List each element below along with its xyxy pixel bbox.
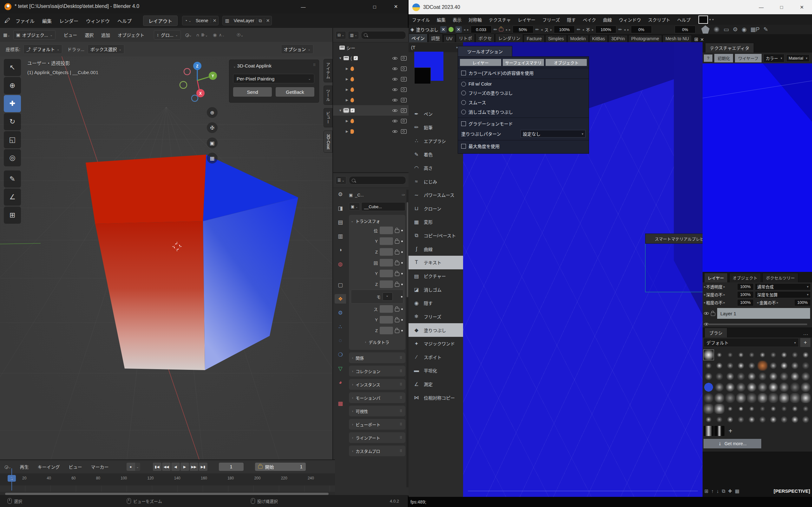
next-keyframe-button[interactable]: ▶▶ xyxy=(190,463,198,471)
room-tab[interactable]: 調整 xyxy=(428,34,443,42)
camera-projection-icon[interactable]: ◉ xyxy=(742,26,747,33)
sidebar-tab[interactable]: ツール xyxy=(323,86,333,105)
minimize-button[interactable]: — xyxy=(294,0,313,13)
brush-thumb[interactable] xyxy=(736,393,746,403)
brush-thumb[interactable] xyxy=(747,393,757,403)
lock-icon[interactable] xyxy=(395,251,399,255)
outliner-display-mode-dropdown[interactable]: ⊟⌄ xyxy=(336,31,346,39)
menubar-item[interactable]: ウィンドウ xyxy=(82,16,113,25)
fill-target-button[interactable]: オブジェクト xyxy=(546,59,587,66)
get-more-button[interactable]: ⭳Get more... xyxy=(704,439,761,448)
lock-icon[interactable] xyxy=(499,28,503,32)
panel-grip-icon[interactable]: ⠿ xyxy=(313,63,316,67)
select-mode-dropdown[interactable]: ボックス選択⌄ xyxy=(88,44,124,54)
pin-icon[interactable]: ✑ xyxy=(402,192,405,198)
add-preset-button[interactable]: + xyxy=(800,338,810,347)
timeline-ruler[interactable]: 20406080100120140160180200220240 1 xyxy=(0,473,335,486)
properties-scrollbar[interactable] xyxy=(406,189,409,487)
brush-thumb[interactable] xyxy=(768,372,778,382)
brush-thumb[interactable] xyxy=(801,404,811,414)
brush-thumb[interactable] xyxy=(714,414,724,425)
props-tab-material[interactable]: ◕ xyxy=(335,378,346,387)
room-tab[interactable]: Mesh to NU xyxy=(663,35,692,42)
props-tab-world[interactable]: ◍ xyxy=(335,259,346,269)
3d-viewport[interactable]: ユーザー・透視投影 (1) Applink_Objects | __Cube.0… xyxy=(0,56,333,459)
outliner-row-collection-active[interactable]: ▼ ✓ xyxy=(333,105,409,116)
transform-value-field[interactable] xyxy=(380,259,393,267)
brush-thumb[interactable] xyxy=(757,404,768,414)
coat-tool[interactable]: ≈ にじみ xyxy=(409,175,463,188)
hide-eye-icon[interactable] xyxy=(392,66,397,71)
coat-tool[interactable]: ❄ フリーズ xyxy=(409,310,463,324)
keying-dropdown[interactable]: ⌄ xyxy=(135,463,140,471)
coat-tool[interactable]: ▬ 平坦化 xyxy=(409,364,463,377)
room-tab[interactable]: UV xyxy=(444,35,455,42)
mode-dropdown[interactable]: ▣ オブジェク...⌄ xyxy=(13,30,55,40)
wireframe-button[interactable]: ワイヤーフ xyxy=(735,54,762,62)
sidebar-tab[interactable]: 3D-Coat xyxy=(323,130,333,153)
menubar-item[interactable]: ファイル xyxy=(12,16,38,25)
fill-target-button[interactable]: レイヤー xyxy=(460,59,501,66)
brush-thumb[interactable] xyxy=(704,372,714,382)
playhead-line[interactable] xyxy=(11,468,12,491)
fill-mode-radio-row[interactable]: フリーズの塗りつぶし xyxy=(458,88,589,98)
init-button[interactable]: 初期化 xyxy=(714,54,733,62)
hide-eye-icon[interactable] xyxy=(392,87,397,92)
brush-thumb[interactable] xyxy=(768,360,778,371)
viewport-menu-item[interactable]: 追加 xyxy=(97,31,114,39)
brush-thumb[interactable] xyxy=(768,393,778,403)
brush-thumb[interactable] xyxy=(801,360,811,371)
tool-rotate[interactable]: ↻ xyxy=(4,113,21,130)
menubar-item[interactable]: 編集 xyxy=(38,16,55,25)
fill-target-button[interactable]: サーフェイスマテリ xyxy=(503,59,544,66)
brush-thumb[interactable] xyxy=(790,414,800,425)
tool-add-cube[interactable]: ⊞ xyxy=(4,207,21,224)
texture-editor-tab[interactable]: テクスチャエディタ xyxy=(705,43,754,53)
brush-thumb[interactable] xyxy=(757,414,768,425)
outliner-row-object[interactable]: ▶ xyxy=(333,63,409,74)
brush-thumb[interactable] xyxy=(747,372,757,382)
coat-tool[interactable]: ∴ エアブラシ xyxy=(409,134,463,148)
annotate-pin-dropdown[interactable]: ☉⌄ xyxy=(237,32,243,38)
outliner-row-scene[interactable]: シー xyxy=(333,43,409,53)
room-tab[interactable]: Modelin xyxy=(567,35,589,42)
transform-value-field[interactable] xyxy=(380,305,393,313)
color-swatch[interactable] xyxy=(699,15,708,24)
brush-thumb[interactable] xyxy=(779,414,789,425)
layer-row[interactable]: Layer 1 xyxy=(703,307,812,320)
brush-thumb[interactable] xyxy=(801,414,811,425)
applink-getback-button[interactable]: GetBack xyxy=(275,87,314,97)
warp-rect-icon[interactable]: ▭ xyxy=(723,26,729,33)
tool-measure[interactable]: ∠ xyxy=(4,188,21,206)
menubar-item[interactable]: レンダー xyxy=(55,16,82,25)
coat-tool[interactable]: ⧉ コピー/ペースト xyxy=(409,229,463,242)
keyframe-dot-icon[interactable] xyxy=(401,251,403,253)
menubar-item[interactable]: ファイル xyxy=(409,15,433,24)
outliner-search-input[interactable] xyxy=(361,31,406,39)
coat-tool[interactable]: ʃ 曲線 xyxy=(409,242,463,256)
hide-eye-icon[interactable] xyxy=(392,108,397,113)
brush-thumb[interactable] xyxy=(736,414,746,425)
timeline-menu-item[interactable]: ビュー xyxy=(65,462,86,471)
clear-left-icon[interactable]: ✕ xyxy=(440,26,447,33)
brush-thumb[interactable] xyxy=(714,404,724,414)
scene-unlink-icon[interactable]: ✕ xyxy=(211,18,218,23)
props-tab-particles[interactable]: ∴ xyxy=(335,322,346,331)
proportional-falloff-dropdown[interactable]: ∧⌄ xyxy=(218,32,224,38)
brush-thumb[interactable] xyxy=(757,393,768,403)
brush-thumb[interactable] xyxy=(790,372,800,382)
edit-pencil-icon[interactable]: ✏ xyxy=(494,27,497,32)
coat-tool[interactable]: ✦ マジックワンド xyxy=(409,337,463,350)
brush-thumb[interactable] xyxy=(725,350,735,360)
gradient-checkbox-row[interactable]: グラデーションモード xyxy=(458,119,589,128)
smart-material-preview-panel[interactable]: スマートマテリアルプレビュー xyxy=(645,233,703,292)
brush-thumb[interactable] xyxy=(768,404,778,414)
props-tab-data[interactable]: ▽ xyxy=(335,364,346,373)
brush-thumb[interactable] xyxy=(714,393,724,403)
properties-panel-collapsed[interactable]: ›カスタムプロ⠿ xyxy=(349,446,405,456)
toggle-perspective-grid-icon[interactable]: ▦ xyxy=(207,153,217,164)
merge-icon[interactable]: ✚ xyxy=(728,488,732,494)
render-camera-icon[interactable] xyxy=(401,56,407,60)
layers-tab[interactable]: オブジェクト xyxy=(729,273,761,282)
coat-tool[interactable]: ▤ ピクチャー xyxy=(409,269,463,283)
